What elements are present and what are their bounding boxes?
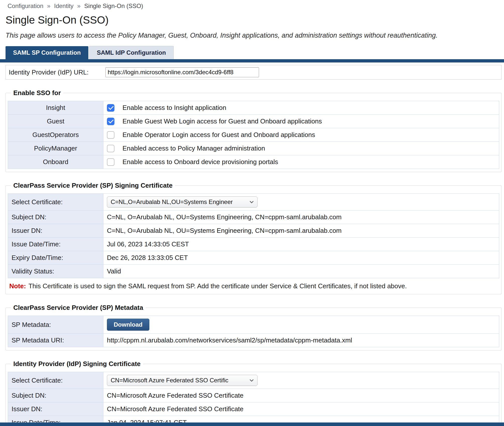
sp-signing-certificate-fieldset: ClearPass Service Provider (SP) Signing … xyxy=(6,182,501,294)
chevron-down-icon xyxy=(249,379,254,382)
insight-label: Insight xyxy=(8,101,103,115)
idp-subject-dn-label: Subject DN: xyxy=(8,389,103,402)
breadcrumb: Configuration » Identity » Single Sign-O… xyxy=(6,0,501,10)
tab-underline-bar xyxy=(0,59,504,62)
breadcrumb-separator: » xyxy=(47,3,50,9)
sp-validity-status-label: Validity Status: xyxy=(8,265,103,278)
guestoperators-description: Enable Operator Login access for Guest a… xyxy=(122,131,315,139)
sp-issue-date-row: Issue Date/Time: Jul 06, 2023 14:33:05 C… xyxy=(8,238,499,251)
idp-signing-certificate-legend: Identity Provider (IdP) Signing Certific… xyxy=(11,360,143,368)
guestoperators-label: GuestOperators xyxy=(8,128,103,142)
onboard-row: Onboard Enable access to Onboard device … xyxy=(8,155,499,169)
page-description: This page allows users to access the Pol… xyxy=(6,32,501,39)
guestoperators-row: GuestOperators Enable Operator Login acc… xyxy=(8,128,499,142)
guest-label: Guest xyxy=(8,115,103,128)
idp-issuer-dn-row: Issuer DN: CN=Microsoft Azure Federated … xyxy=(8,402,499,416)
onboard-label: Onboard xyxy=(8,155,103,169)
sp-metadata-uri-row: SP Metadata URI: http://cppm.nl.arubalab… xyxy=(8,334,499,347)
sp-metadata-row: SP Metadata: Download xyxy=(8,316,499,334)
download-button[interactable]: Download xyxy=(107,319,149,331)
idp-url-label: Identity Provider (IdP) URL: xyxy=(9,68,105,76)
sp-metadata-uri-value: http://cppm.nl.arubalab.com/networkservi… xyxy=(103,334,499,347)
enable-sso-table: Insight Enable access to Insight applica… xyxy=(8,101,499,169)
idp-url-row: Identity Provider (IdP) URL: xyxy=(6,65,501,80)
sp-metadata-label: SP Metadata: xyxy=(8,316,103,334)
tab-bar: SAML SP Configuration SAML IdP Configura… xyxy=(6,46,501,59)
enable-sso-fieldset: Enable SSO for Insight Enable access to … xyxy=(6,89,501,172)
sp-metadata-table: SP Metadata: Download SP Metadata URI: h… xyxy=(8,316,499,347)
sp-select-certificate-row: Select Certificate: C=NL,O=Arubalab NL,O… xyxy=(8,194,499,210)
policymanager-row: PolicyManager Enabled access to Policy M… xyxy=(8,142,499,155)
sp-select-certificate-label: Select Certificate: xyxy=(8,194,103,210)
sp-issue-date-value: Jul 06, 2023 14:33:05 CEST xyxy=(103,238,499,251)
sp-issue-date-label: Issue Date/Time: xyxy=(8,238,103,251)
sp-signing-certificate-table: Select Certificate: C=NL,O=Arubalab NL,O… xyxy=(8,193,499,278)
idp-url-input[interactable] xyxy=(105,67,259,77)
sp-validity-status-value: Valid xyxy=(103,265,499,278)
page-title: Single Sign-On (SSO) xyxy=(6,14,501,26)
sp-validity-status-row: Validity Status: Valid xyxy=(8,265,499,278)
certificate-note: Note:This Certificate is used to sign th… xyxy=(9,282,499,290)
idp-certificate-select-value: CN=Microsoft Azure Federated SSO Certifi… xyxy=(111,377,228,384)
idp-select-certificate-label: Select Certificate: xyxy=(8,372,103,389)
guest-checkbox[interactable] xyxy=(107,118,114,125)
sp-signing-certificate-legend: ClearPass Service Provider (SP) Signing … xyxy=(11,182,175,189)
sp-expiry-date-label: Expiry Date/Time: xyxy=(8,251,103,265)
sp-certificate-select-value: C=NL,O=Arubalab NL,OU=Systems Engineer xyxy=(111,198,233,205)
idp-certificate-select[interactable]: CN=Microsoft Azure Federated SSO Certifi… xyxy=(107,375,258,386)
sp-subject-dn-label: Subject DN: xyxy=(8,210,103,224)
sp-metadata-fieldset: ClearPass Service Provider (SP) Metadata… xyxy=(6,304,501,350)
breadcrumb-identity[interactable]: Identity xyxy=(54,3,73,9)
sp-metadata-legend: ClearPass Service Provider (SP) Metadata xyxy=(11,304,146,312)
sp-certificate-select[interactable]: C=NL,O=Arubalab NL,OU=Systems Engineer xyxy=(107,196,258,207)
policymanager-description: Enabled access to Policy Manager adminis… xyxy=(122,145,265,152)
policymanager-checkbox[interactable] xyxy=(107,145,114,152)
insight-checkbox[interactable] xyxy=(107,104,114,112)
guestoperators-checkbox[interactable] xyxy=(107,131,114,139)
sp-expiry-date-value: Dec 26, 2028 13:33:05 CET xyxy=(103,251,499,265)
sp-issuer-dn-value: C=NL, O=Arubalab NL, OU=Systems Engineer… xyxy=(103,224,499,238)
sp-subject-dn-value: C=NL, O=Arubalab NL, OU=Systems Engineer… xyxy=(103,210,499,224)
insight-row: Insight Enable access to Insight applica… xyxy=(8,101,499,115)
idp-signing-certificate-fieldset: Identity Provider (IdP) Signing Certific… xyxy=(6,360,501,426)
note-text: This Certificate is used to sign the SAM… xyxy=(28,282,407,290)
sp-issuer-dn-label: Issuer DN: xyxy=(8,224,103,238)
sp-subject-dn-row: Subject DN: C=NL, O=Arubalab NL, OU=Syst… xyxy=(8,210,499,224)
breadcrumb-current: Single Sign-On (SSO) xyxy=(84,3,143,9)
guest-description: Enable Guest Web Login access for Guest … xyxy=(122,117,322,125)
idp-signing-certificate-table: Select Certificate: CN=Microsoft Azure F… xyxy=(8,372,499,426)
guest-row: Guest Enable Guest Web Login access for … xyxy=(8,115,499,128)
breadcrumb-separator: » xyxy=(77,3,81,9)
tab-saml-sp-configuration[interactable]: SAML SP Configuration xyxy=(6,46,88,59)
enable-sso-legend: Enable SSO for xyxy=(11,89,63,97)
onboard-description: Enable access to Onboard device provisio… xyxy=(122,158,278,166)
breadcrumb-configuration[interactable]: Configuration xyxy=(8,3,43,9)
insight-description: Enable access to Insight application xyxy=(122,104,226,112)
note-label: Note: xyxy=(9,282,26,290)
page-content: Configuration » Identity » Single Sign-O… xyxy=(0,0,504,426)
chevron-down-icon xyxy=(249,201,254,203)
policymanager-label: PolicyManager xyxy=(8,142,103,155)
idp-issuer-dn-value: CN=Microsoft Azure Federated SSO Certifi… xyxy=(103,402,499,416)
idp-subject-dn-row: Subject DN: CN=Microsoft Azure Federated… xyxy=(8,389,499,402)
idp-select-certificate-row: Select Certificate: CN=Microsoft Azure F… xyxy=(8,372,499,389)
onboard-checkbox[interactable] xyxy=(107,158,114,166)
idp-issuer-dn-label: Issuer DN: xyxy=(8,402,103,416)
sp-issuer-dn-row: Issuer DN: C=NL, O=Arubalab NL, OU=Syste… xyxy=(8,224,499,238)
sp-metadata-uri-label: SP Metadata URI: xyxy=(8,334,103,347)
tab-saml-idp-configuration[interactable]: SAML IdP Configuration xyxy=(89,46,174,59)
sp-expiry-date-row: Expiry Date/Time: Dec 26, 2028 13:33:05 … xyxy=(8,251,499,265)
idp-subject-dn-value: CN=Microsoft Azure Federated SSO Certifi… xyxy=(103,389,499,402)
bottom-section-bar xyxy=(0,422,504,426)
